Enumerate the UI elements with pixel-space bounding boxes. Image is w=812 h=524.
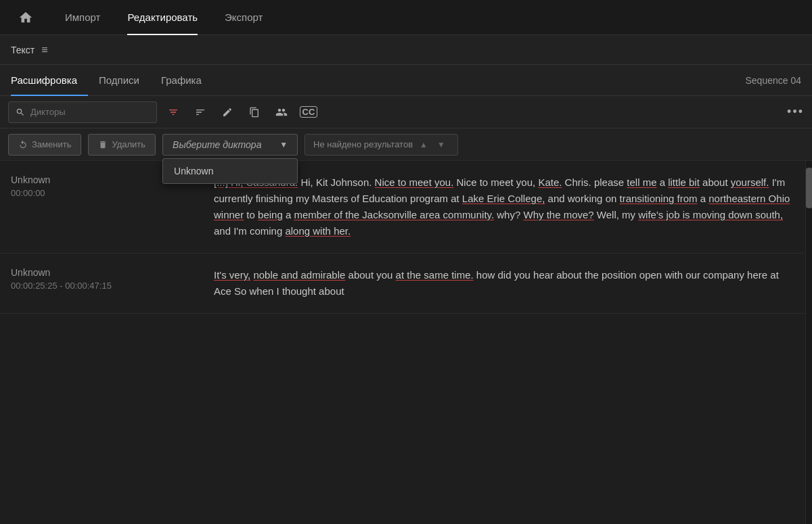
cc-button[interactable]: CC	[298, 101, 319, 123]
dropdown-menu: Unknown	[162, 158, 298, 184]
transcript-text: [...] Hi, Cassandra. Hi, Kit Johnson. Ni…	[214, 174, 794, 239]
timestamp: 00:00:00	[11, 188, 200, 198]
transcript-text: It's very, noble and admirable about you…	[214, 267, 794, 300]
copy-icon	[249, 107, 260, 118]
delete-button[interactable]: Удалить	[88, 134, 156, 156]
speaker-col: Unknown 00:00:00	[11, 174, 200, 239]
text-span: Nice to meet you,	[457, 176, 539, 188]
tab-subtitles[interactable]: Подписи	[88, 65, 150, 96]
text-span: Kate.	[538, 176, 562, 188]
text-span: wife's job is moving down south,	[638, 209, 783, 220]
timestamp: 00:00:25:25 - 00:00:47:15	[11, 281, 200, 291]
text-span: Why the move?	[523, 209, 593, 220]
search-box[interactable]	[8, 101, 157, 123]
cc-icon: CC	[300, 106, 318, 118]
text-col: [...] Hi, Cassandra. Hi, Kit Johnson. Ni…	[214, 174, 794, 239]
text-span: Chris. please	[565, 176, 627, 188]
text-span: Lake Erie College,	[462, 193, 545, 204]
transcript-panel[interactable]: Unknown 00:00:00 [...] Hi, Cassandra. Hi…	[0, 161, 805, 524]
result-navigation: ▲ ▼	[415, 137, 449, 153]
next-result-button[interactable]: ▼	[433, 137, 449, 153]
toolbar-text-label: Текст	[11, 45, 35, 55]
nav-import[interactable]: Импорт	[51, 0, 114, 35]
actions-row: Заменить Удалить Выберите диктора ▼ Unkn…	[0, 128, 812, 161]
replace-icon	[18, 140, 28, 149]
text-span: at the same time.	[396, 269, 474, 281]
text-span: a	[660, 176, 669, 188]
text-span: along with her.	[285, 225, 351, 237]
text-span: yourself.	[731, 176, 769, 188]
tab-transcription[interactable]: Расшифровка	[11, 65, 88, 96]
home-icon	[18, 10, 33, 25]
content-area: Unknown 00:00:00 [...] Hi, Cassandra. Hi…	[0, 161, 812, 524]
sort-icon	[195, 107, 206, 118]
transcript-entry: Unknown 00:00:00 [...] Hi, Cassandra. Hi…	[0, 161, 805, 254]
text-span: and I'm coming	[214, 225, 285, 237]
more-options-button[interactable]: •••	[787, 105, 804, 119]
text-span: Well, my	[597, 209, 638, 220]
text-span: member of the Jacksonville area communit…	[294, 209, 494, 220]
prev-result-button[interactable]: ▲	[415, 137, 432, 153]
text-col: It's very, noble and admirable about you…	[214, 267, 794, 300]
text-span: tell me	[627, 176, 656, 188]
speaker-name: Unknown	[11, 267, 200, 278]
dropdown-arrow-icon: ▼	[279, 140, 288, 149]
toolbar-row: Текст ≡	[0, 35, 812, 65]
filter-button[interactable]	[162, 101, 184, 123]
nav-export[interactable]: Экспорт	[211, 0, 276, 35]
group-icon	[275, 106, 288, 118]
text-span: being	[258, 209, 283, 220]
group-button[interactable]	[271, 101, 292, 123]
tab-graphics[interactable]: Графика	[150, 65, 212, 96]
speaker-dropdown-container: Выберите диктора ▼ Unknown	[162, 134, 298, 156]
text-span: why?	[497, 209, 523, 220]
text-span: a	[286, 209, 294, 220]
transcript-entry: Unknown 00:00:25:25 - 00:00:47:15 It's v…	[0, 254, 805, 314]
search-input[interactable]	[30, 107, 150, 117]
text-span: and working on	[548, 193, 620, 204]
text-span: Hi, Kit Johnson.	[300, 176, 374, 188]
trash-icon	[98, 140, 108, 149]
filter-icon	[168, 107, 179, 118]
text-span: transitioning from	[619, 193, 697, 204]
tabs-row: Расшифровка Подписи Графика Sequence 04	[0, 65, 812, 96]
toolbar-menu-icon[interactable]: ≡	[41, 44, 47, 56]
text-span: It's very,	[214, 269, 250, 281]
top-nav: Импорт Редактировать Экспорт	[0, 0, 812, 35]
tabs-left: Расшифровка Подписи Графика	[11, 65, 212, 96]
text-span: about	[702, 176, 731, 188]
edit-button[interactable]	[217, 101, 238, 123]
text-span: little bit	[668, 176, 700, 188]
speaker-dropdown[interactable]: Выберите диктора ▼	[162, 134, 298, 156]
sequence-label: Sequence 04	[745, 75, 801, 86]
home-button[interactable]	[14, 5, 38, 30]
pencil-icon	[222, 107, 233, 118]
text-span: Nice to meet you.	[375, 176, 454, 188]
scrollbar-track	[805, 161, 812, 524]
speaker-col: Unknown 00:00:25:25 - 00:00:47:15	[11, 267, 200, 300]
replace-button[interactable]: Заменить	[8, 134, 81, 156]
controls-row: CC •••	[0, 96, 812, 128]
dropdown-item-unknown[interactable]: Unknown	[163, 159, 297, 183]
sort-button[interactable]	[189, 101, 211, 123]
scrollbar-thumb[interactable]	[806, 168, 812, 208]
text-span: noble and admirable	[253, 269, 345, 281]
text-span: about you	[348, 269, 396, 281]
nav-edit[interactable]: Редактировать	[114, 0, 211, 35]
copy-button[interactable]	[244, 101, 265, 123]
text-span: to	[246, 209, 258, 220]
search-icon	[16, 108, 25, 117]
text-span: a	[700, 193, 709, 204]
no-results-box: Не найдено результатов ▲ ▼	[304, 134, 458, 156]
